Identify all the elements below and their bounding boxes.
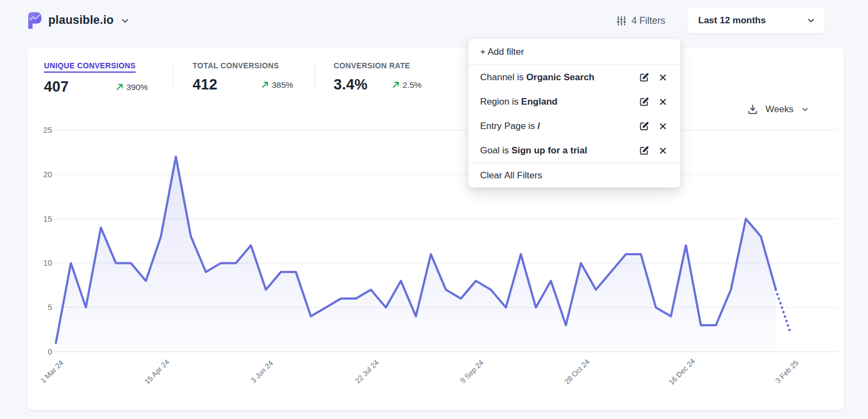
x-axis-label: 28 Oct 24 xyxy=(563,357,591,385)
site-name: plausible.io xyxy=(48,14,114,27)
chevron-down-icon xyxy=(120,16,130,26)
arrow-up-right-icon xyxy=(116,83,124,91)
filter-text: Entry Page is / xyxy=(480,121,540,132)
adjustments-icon xyxy=(616,16,627,26)
edit-filter-icon[interactable] xyxy=(639,72,649,82)
stat-label: TOTAL CONVERSIONS xyxy=(193,61,279,70)
y-axis-label: 25 xyxy=(43,126,52,134)
arrow-up-right-icon xyxy=(392,81,400,89)
stat-label: UNIQUE CONVERSIONS xyxy=(44,61,136,73)
remove-filter-icon[interactable] xyxy=(659,98,667,106)
download-icon[interactable] xyxy=(747,104,758,115)
y-axis-label: 5 xyxy=(48,303,52,312)
edit-filter-icon[interactable] xyxy=(639,96,649,107)
add-filter-button[interactable]: + Add filter xyxy=(468,39,680,65)
divider xyxy=(173,62,173,91)
clear-all-filters-label: Clear All Filters xyxy=(480,170,542,181)
y-axis-label: 15 xyxy=(43,215,52,223)
filters-count-label: 4 Filters xyxy=(631,15,665,27)
stat-change-value: 385% xyxy=(272,80,293,90)
remove-filter-icon[interactable] xyxy=(659,73,667,82)
top-bar: plausible.io 4 Filters xyxy=(0,0,868,41)
analytics-card: UNIQUE CONVERSIONS407390%TOTAL CONVERSIO… xyxy=(27,48,844,410)
chart-line-dotted-tail xyxy=(776,289,791,334)
x-axis-label: 16 Dec 24 xyxy=(667,357,697,386)
filter-row-channel[interactable]: Channel is Organic Search xyxy=(468,65,680,89)
chevron-down-icon xyxy=(801,105,809,114)
filter-text: Goal is Sign up for a trial xyxy=(480,145,587,156)
stat-unique-conversions[interactable]: UNIQUE CONVERSIONS407390% xyxy=(44,61,148,95)
site-switcher[interactable]: plausible.io xyxy=(26,11,130,29)
chevron-down-icon xyxy=(806,16,816,25)
y-axis-label: 10 xyxy=(43,259,52,267)
filters-toggle-button[interactable]: 4 Filters xyxy=(616,11,665,30)
stat-value: 3.4% xyxy=(334,76,392,93)
clear-all-filters-button[interactable]: Clear All Filters xyxy=(468,163,680,188)
x-axis-label: 15 Apr 24 xyxy=(143,358,171,386)
remove-filter-icon[interactable] xyxy=(659,122,667,131)
y-axis-label: 0 xyxy=(48,347,52,356)
edit-filter-icon[interactable] xyxy=(639,121,649,131)
stat-conversion-rate[interactable]: CONVERSION RATE3.4%2.5% xyxy=(334,61,422,93)
interval-label: Weeks xyxy=(765,104,794,115)
x-axis-label: 3 Feb 25 xyxy=(774,359,800,385)
filter-text: Channel is Organic Search xyxy=(480,72,595,83)
plausible-logo-icon xyxy=(26,11,42,29)
filter-text: Region is England xyxy=(480,96,558,107)
interval-selector[interactable]: Weeks xyxy=(747,104,809,115)
filter-panel: + Add filter Channel is Organic SearchRe… xyxy=(468,39,680,188)
x-axis-label: 1 Mar 24 xyxy=(39,358,65,385)
x-axis-label: 3 Jun 24 xyxy=(249,359,275,385)
stat-change-value: 2.5% xyxy=(403,80,422,90)
filter-row-entry[interactable]: Entry Page is / xyxy=(468,114,680,138)
y-axis-label: 20 xyxy=(43,170,52,179)
filter-row-goal[interactable]: Goal is Sign up for a trial xyxy=(468,138,680,163)
remove-filter-icon[interactable] xyxy=(659,146,667,155)
stat-label: CONVERSION RATE xyxy=(334,61,410,70)
edit-filter-icon[interactable] xyxy=(639,145,649,156)
date-range-picker[interactable]: Last 12 months xyxy=(687,8,825,34)
filter-row-region[interactable]: Region is England xyxy=(468,89,680,114)
plausible-dashboard: plausible.io 4 Filters xyxy=(0,0,868,419)
conversions-chart: 05101520251 Mar 2415 Apr 243 Jun 2422 Ju… xyxy=(39,124,843,401)
divider xyxy=(314,62,315,91)
stat-change-value: 390% xyxy=(126,82,148,92)
arrow-up-right-icon xyxy=(261,81,269,89)
stat-value: 407 xyxy=(44,79,116,95)
x-axis-label: 22 Jul 24 xyxy=(354,358,381,385)
x-axis-label: 9 Sep 24 xyxy=(459,358,486,385)
date-range-label: Last 12 months xyxy=(698,15,766,26)
stat-total-conversions[interactable]: TOTAL CONVERSIONS412385% xyxy=(193,61,293,93)
stats-row: UNIQUE CONVERSIONS407390%TOTAL CONVERSIO… xyxy=(27,48,844,102)
filter-rows: Channel is Organic SearchRegion is Engla… xyxy=(468,65,680,163)
stat-value: 412 xyxy=(193,76,261,93)
add-filter-label: + Add filter xyxy=(480,47,524,57)
